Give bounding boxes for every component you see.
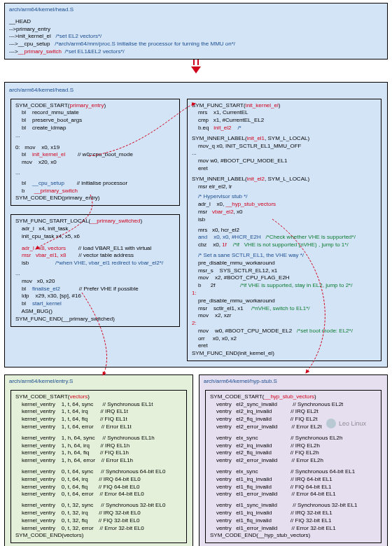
code-line: ventry el1_error_invalid // Error 32-bit… xyxy=(210,525,377,533)
watermark: Leo Linux xyxy=(326,419,366,428)
arrow-stem xyxy=(193,59,199,65)
code-line: --->init_kernel_el /*set EL2 vectors*/ xyxy=(9,33,383,41)
code-line: kernel_ventry 0, t, 32, error // Error 3… xyxy=(15,525,182,533)
code-line: kernel_ventry 0, t, 32, sync // Synchron… xyxy=(15,502,182,510)
code-line: ventry elx_sync // Synchronous 64-bit EL… xyxy=(210,468,377,476)
code-line: -->primary_entry xyxy=(9,26,383,34)
code-line: ventry el2_error_invalid // Error EL2h xyxy=(210,457,377,465)
code-line: --->__primary_switch /*set EL1&EL2 vecto… xyxy=(9,48,383,56)
vectors-block: SYM_CODE_START(vectors) kernel_ventry 1,… xyxy=(10,390,187,543)
code-line: ventry el2_fiq_invalid // FIQ EL2h xyxy=(210,449,377,457)
file-path: arch/arm64/kernel/entry.S xyxy=(9,378,188,386)
code-line: kernel_ventry 0, t, 32, fiq // FIQ 32-bi… xyxy=(15,517,182,525)
init-kernel-el-block: SYM_FUNC_START(init_kernel_el) mrs x1, C… xyxy=(187,99,382,362)
code-line: ventry el1_fiq_invalid // FIQ 32-bit EL1 xyxy=(210,517,377,525)
code-line: kernel_ventry 0, t, 64, fiq // FIQ 64-bi… xyxy=(15,484,182,491)
code-line: ventry elx_sync // Synchronous EL2h xyxy=(210,435,377,442)
code-line: ventry el1_error_invalid // Error 64-bit… xyxy=(210,491,377,498)
file-path: arch/arm64/kernel/head.S xyxy=(9,87,383,94)
code-line: ventry el1_irq_invalid // IRQ 32-bit EL1 xyxy=(210,510,377,517)
code-line: kernel_ventry 0, t, 64, irq // IRQ 64-bi… xyxy=(15,476,182,484)
code-line: ventry el1_fiq_invalid // FIQ 64-bit EL1 xyxy=(210,484,377,491)
middle-container: arch/arm64/kernel/head.S SYM_CODE_START(… xyxy=(4,82,388,368)
top-headS-box: arch/arm64/kernel/head.S __HEAD -->prima… xyxy=(4,3,388,59)
primary-entry-block: SYM_CODE_START(primary_entry) bl record_… xyxy=(10,99,180,206)
code-line: kernel_ventry 0, t, 64, error // Error 6… xyxy=(15,491,182,498)
entryS-box: arch/arm64/kernel/entry.S SYM_CODE_START… xyxy=(4,374,193,546)
bottom-row: arch/arm64/kernel/entry.S SYM_CODE_START… xyxy=(4,374,388,546)
code-line: ventry el2_sync_invalid // Synchronous E… xyxy=(210,401,377,409)
code-line: kernel_ventry 1, t, 64, fiq // FIQ EL1t xyxy=(15,416,182,424)
code-line: ventry el1_sync_invalid // Synchronous 3… xyxy=(210,502,377,510)
primary-switched-block: SYM_FUNC_START_LOCAL(__primary_switched)… xyxy=(10,214,180,326)
watermark-icon xyxy=(326,419,336,428)
code-line: __HEAD xyxy=(9,18,383,26)
hypstubS-box: arch/arm64/kernel/hyp-stub.S SYM_CODE_ST… xyxy=(199,374,388,546)
hyp-stub-vectors-block: SYM_CODE_START(__hyp_stub_vectors) ventr… xyxy=(205,390,382,543)
code-line: kernel_ventry 1, t, 64, irq // IRQ EL1t xyxy=(15,408,182,416)
file-path: arch/arm64/kernel/head.S xyxy=(9,6,383,14)
code-line: kernel_ventry 1, t, 64, sync // Synchron… xyxy=(15,401,182,409)
code-line: kernel_ventry 1, h, 64, irq // IRQ EL1h xyxy=(15,442,182,450)
code-line: --->__cpu_setup /*arch/arm64/mm/proc.S I… xyxy=(9,41,383,48)
code-line: kernel_ventry 1, h, 64, error // Error E… xyxy=(15,457,182,465)
code-line: kernel_ventry 1, h, 64, fiq // FIQ EL1h xyxy=(15,449,182,457)
code-line: ventry el1_irq_invalid // IRQ 64-bit EL1 xyxy=(210,476,377,484)
code-line: kernel_ventry 1, t, 64, error // Error E… xyxy=(15,424,182,431)
code-line: kernel_ventry 0, t, 64, sync // Synchron… xyxy=(15,468,182,476)
arrow-down-icon xyxy=(191,66,201,74)
code-line: ventry el2_irq_invalid // IRQ EL2h xyxy=(210,442,377,450)
code-line: kernel_ventry 0, t, 32, irq // IRQ 32-bi… xyxy=(15,510,182,517)
code-line: kernel_ventry 1, h, 64, sync // Synchron… xyxy=(15,435,182,442)
file-path: arch/arm64/kernel/hyp-stub.S xyxy=(204,378,383,386)
code-line: ventry el2_irq_invalid // IRQ EL2t xyxy=(210,408,377,416)
